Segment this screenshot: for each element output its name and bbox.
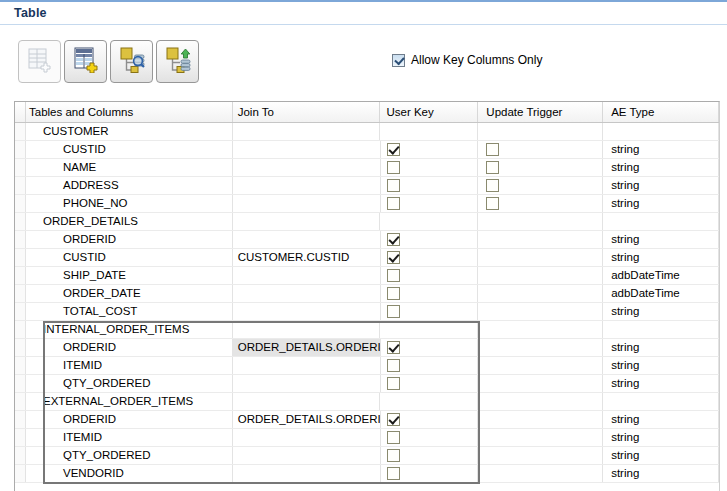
column-name-cell: QTY_ORDERED [26, 447, 233, 464]
user-key-checkbox[interactable] [387, 377, 400, 390]
row-selector-cell [15, 213, 26, 230]
ae-type-cell: string [603, 411, 719, 428]
page-title: Table [14, 6, 47, 20]
join-to-cell [233, 429, 381, 446]
user-key-checkbox[interactable] [387, 269, 400, 282]
update-trigger-cell [478, 231, 603, 248]
user-key-checkbox[interactable] [387, 143, 400, 156]
row-selector-cell [15, 321, 26, 338]
user-key-checkbox[interactable] [387, 413, 400, 426]
table-row[interactable]: CUSTIDstring [15, 141, 719, 159]
column-name-cell: ORDERID [26, 339, 233, 356]
table-row[interactable]: ADDRESSstring [15, 177, 719, 195]
table-row[interactable]: QTY_ORDEREDstring [15, 447, 719, 465]
user-key-checkbox[interactable] [387, 305, 400, 318]
table-row[interactable]: ORDERIDORDER_DETAILS.ORDERIDstring [15, 339, 719, 357]
user-key-cell [381, 447, 479, 464]
update-trigger-cell [478, 267, 603, 284]
update-trigger-checkbox[interactable] [486, 161, 499, 174]
table-row[interactable]: VENDORIDstring [15, 465, 719, 483]
table-row[interactable]: INTERNAL_ORDER_ITEMS [15, 321, 719, 339]
table-row[interactable]: ORDERIDORDER_DETAILS.ORDERIDstring [15, 411, 719, 429]
column-name-cell: TOTAL_COST [26, 303, 233, 320]
table-name-cell: EXTERNAL_ORDER_ITEMS [26, 393, 233, 410]
user-key-cell [380, 213, 478, 230]
table-row[interactable]: ITEMIDstring [15, 429, 719, 447]
column-header-tables-and-columns[interactable]: Tables and Columns [26, 102, 233, 122]
table-row[interactable]: QTY_ORDEREDstring [15, 375, 719, 393]
ae-type-cell [603, 321, 719, 338]
user-key-checkbox[interactable] [387, 197, 400, 210]
join-to-cell [233, 123, 381, 140]
user-key-checkbox[interactable] [387, 431, 400, 444]
row-selector-cell [15, 411, 26, 428]
join-to-cell: CUSTOMER.CUSTID [233, 249, 381, 266]
row-selector-cell [15, 231, 26, 248]
user-key-checkbox[interactable] [387, 359, 400, 372]
join-to-cell [233, 213, 381, 230]
user-key-cell [380, 393, 478, 410]
table-row[interactable]: ORDERIDstring [15, 231, 719, 249]
column-name-cell: CUSTID [26, 249, 233, 266]
user-key-checkbox[interactable] [387, 161, 400, 174]
user-key-checkbox[interactable] [387, 233, 400, 246]
user-key-checkbox[interactable] [387, 287, 400, 300]
user-key-checkbox[interactable] [387, 467, 400, 480]
ae-type-cell: string [603, 195, 719, 212]
column-name-cell: SHIP_DATE [26, 267, 233, 284]
join-to-cell [233, 465, 381, 482]
table-row[interactable]: ITEMIDstring [15, 357, 719, 375]
table-row[interactable]: TOTAL_COSTstring [15, 303, 719, 321]
ae-type-cell: string [603, 465, 719, 482]
join-to-cell [233, 159, 381, 176]
join-to-cell [233, 321, 381, 338]
user-key-checkbox[interactable] [387, 449, 400, 462]
user-key-checkbox[interactable] [387, 179, 400, 192]
user-key-cell [381, 195, 479, 212]
row-selector-cell [15, 447, 26, 464]
update-trigger-cell [478, 303, 603, 320]
ae-type-cell: string [603, 141, 719, 158]
update-trigger-cell [478, 123, 603, 140]
update-trigger-cell [478, 321, 603, 338]
user-key-cell [381, 249, 479, 266]
schema-search-button[interactable] [110, 40, 153, 83]
user-key-cell [381, 141, 479, 158]
column-name-cell: ORDERID [26, 411, 233, 428]
schema-upload-button[interactable] [156, 40, 199, 83]
column-name-cell: ORDERID [26, 231, 233, 248]
join-to-cell [233, 393, 381, 410]
table-row[interactable]: ORDER_DATEadbDateTime [15, 285, 719, 303]
join-to-cell [233, 447, 381, 464]
table-button [18, 40, 61, 83]
row-selector-cell [15, 357, 26, 374]
user-key-cell [381, 177, 479, 194]
update-trigger-checkbox[interactable] [486, 197, 499, 210]
column-name-cell: ADDRESS [26, 177, 233, 194]
table-add-icon [72, 46, 99, 77]
update-trigger-checkbox[interactable] [486, 179, 499, 192]
table-row[interactable]: ORDER_DETAILS [15, 213, 719, 231]
update-trigger-checkbox[interactable] [486, 143, 499, 156]
table-row[interactable]: PHONE_NOstring [15, 195, 719, 213]
column-header-user-key[interactable]: User Key [380, 102, 478, 122]
column-header-update-trigger[interactable]: Update Trigger [478, 102, 603, 122]
table-row[interactable]: CUSTIDCUSTOMER.CUSTIDstring [15, 249, 719, 267]
user-key-checkbox[interactable] [387, 341, 400, 354]
row-selector-cell [15, 429, 26, 446]
join-to-cell [233, 357, 381, 374]
row-selector-cell [15, 141, 26, 158]
column-header-ae-type[interactable]: AE Type [603, 102, 719, 122]
table-row[interactable]: EXTERNAL_ORDER_ITEMS [15, 393, 719, 411]
allow-key-columns-checkbox[interactable] [392, 54, 405, 67]
table-row[interactable]: CUSTOMER [15, 123, 719, 141]
column-header-join-to[interactable]: Join To [233, 102, 381, 122]
ae-type-cell: string [603, 249, 719, 266]
add-table-button[interactable] [64, 40, 107, 83]
table-row[interactable]: NAMEstring [15, 159, 719, 177]
user-key-checkbox[interactable] [387, 251, 400, 264]
update-trigger-cell [478, 465, 603, 482]
table-row[interactable]: SHIP_DATEadbDateTime [15, 267, 719, 285]
update-trigger-cell [478, 429, 603, 446]
ae-type-cell: string [603, 375, 719, 392]
